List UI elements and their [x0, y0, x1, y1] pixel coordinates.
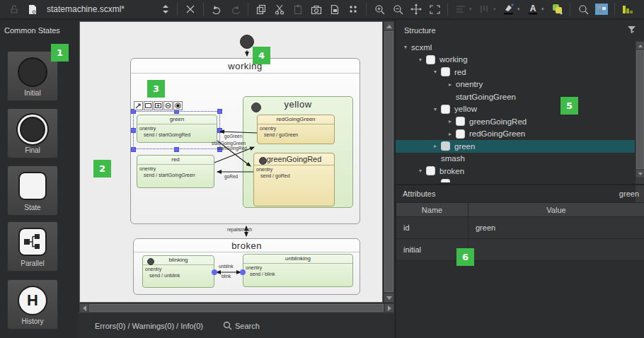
history-state-icon: H	[8, 286, 57, 315]
svg-text:A: A	[530, 4, 536, 13]
fit-to-screen-icon[interactable]	[426, 1, 443, 17]
scxml-editor-window: statemachine.scxml*	[0, 0, 644, 338]
column-header-name[interactable]: Name	[396, 203, 468, 217]
attribute-value[interactable]: green	[468, 217, 644, 239]
tree-item-greenGoingRed[interactable]: ▸greenGoingRed	[396, 115, 635, 128]
tree-item-label: yellow	[454, 105, 477, 113]
paste-icon[interactable]	[289, 1, 306, 17]
export-image-icon[interactable]	[326, 1, 343, 17]
copy-icon[interactable]	[253, 1, 270, 17]
tree-scrollbar[interactable]	[636, 41, 644, 202]
font-color-caret-icon[interactable]: ▾	[541, 6, 547, 12]
tree-item-scxml[interactable]: ▾scxml	[396, 41, 635, 54]
screenshot-icon[interactable]	[308, 1, 325, 17]
attributes-header: Attributes green	[396, 185, 644, 202]
statistics-icon[interactable]	[619, 1, 636, 17]
chevron-right-icon[interactable]: ▸	[444, 81, 456, 88]
tree-item-label: working	[439, 55, 468, 64]
align-horizontal-icon[interactable]	[452, 1, 469, 17]
tree-item-red[interactable]: ▾red	[396, 66, 635, 78]
canvas-hscrollbar[interactable]	[79, 303, 394, 313]
search-icon[interactable]	[575, 1, 592, 17]
attributes-table: Name Value idgreeninitial	[396, 202, 644, 261]
fill-color-icon[interactable]	[500, 1, 517, 17]
align-horizontal-caret-icon[interactable]: ▾	[469, 6, 475, 12]
tree-item-yellow[interactable]: ▾yellow	[396, 103, 635, 116]
tree-item-green[interactable]: ▸green	[396, 140, 635, 153]
scroll-up-button[interactable]	[384, 22, 393, 30]
scroll-thumb[interactable]	[89, 304, 384, 312]
palette-item-label: Initial	[24, 89, 40, 100]
chevron-right-icon[interactable]: ▸	[444, 131, 456, 137]
palette-item-label: History	[21, 317, 43, 329]
palette-item-parallel[interactable]: Parallel	[7, 221, 58, 272]
scroll-thumb[interactable]	[384, 31, 393, 292]
adjust-icon[interactable]	[345, 1, 362, 17]
search-label: Search	[235, 322, 260, 330]
align-vertical-caret-icon[interactable]: ▾	[493, 6, 499, 12]
spinner-icon[interactable]	[159, 1, 173, 17]
chevron-down-icon[interactable]: ▾	[415, 57, 426, 63]
palette-item-state[interactable]: State	[7, 165, 58, 216]
chevron-right-icon[interactable]: ▸	[430, 143, 441, 149]
undo-icon[interactable]	[208, 1, 225, 17]
scroll-down-button[interactable]	[384, 293, 393, 302]
tree-item-label: redGoingGreen	[469, 129, 525, 138]
scroll-thumb[interactable]	[636, 50, 644, 169]
palette-item-history[interactable]: H History	[7, 279, 58, 330]
zoom-in-icon[interactable]	[371, 1, 388, 17]
tree-item-label: red	[454, 68, 466, 76]
chevron-down-icon[interactable]: ▾	[415, 168, 426, 174]
palette-item-label: State	[24, 204, 40, 215]
tree-item-onentry[interactable]: ▸onentry	[396, 78, 635, 91]
file-icon[interactable]	[24, 1, 41, 17]
attributes-title: Attributes	[403, 190, 435, 198]
scroll-down-button[interactable]	[636, 170, 644, 177]
search-toggle[interactable]: Search	[223, 321, 260, 330]
lock-icon[interactable]	[6, 1, 23, 17]
tree-item-clipped[interactable]	[396, 177, 635, 183]
tree-item-startGoingGreen[interactable]: startGoingGreen	[396, 91, 635, 103]
align-vertical-icon[interactable]	[476, 1, 493, 17]
state-icon	[456, 129, 465, 139]
redo-icon[interactable]	[226, 1, 243, 17]
attribute-row-id: idgreen	[396, 217, 644, 239]
state-icon	[456, 117, 465, 126]
attribute-value[interactable]	[468, 239, 644, 261]
tree-item-redGoingGreen[interactable]: ▸redGoingGreen	[396, 128, 635, 141]
issues-toggle[interactable]: Errors(0) / Warnings(0) / Info(0)	[95, 322, 203, 330]
transitions-layer: goGreen startGoingGreen startGoingRed go…	[80, 22, 383, 303]
zoom-out-icon[interactable]	[389, 1, 406, 17]
scroll-left-button[interactable]	[80, 304, 88, 312]
tree-item-smash[interactable]: smash	[396, 153, 635, 165]
scroll-right-button[interactable]	[385, 304, 393, 312]
filter-icon[interactable]	[627, 25, 637, 36]
tree-item-working[interactable]: ▾working	[396, 54, 635, 66]
state-icon	[441, 179, 450, 182]
column-header-value[interactable]: Value	[468, 203, 644, 217]
chevron-down-icon[interactable]: ▾	[430, 106, 441, 112]
transition-endpoint-dot[interactable]	[240, 269, 246, 275]
tree-item-broken[interactable]: ▾broken	[396, 165, 635, 177]
canvas-vscrollbar[interactable]	[384, 21, 394, 303]
pan-icon[interactable]	[408, 1, 425, 17]
diagram-canvas[interactable]: working yellow redGoingGreen onentry sen…	[79, 21, 383, 303]
fill-color-caret-icon[interactable]: ▾	[517, 6, 523, 12]
attribute-name[interactable]: id	[396, 217, 468, 239]
chevron-down-icon[interactable]: ▾	[400, 44, 411, 50]
transition-goGreen[interactable]	[220, 132, 257, 133]
chevron-right-icon[interactable]: ▸	[444, 118, 456, 124]
navigator-icon[interactable]	[593, 1, 610, 17]
font-color-icon[interactable]: A	[524, 1, 541, 17]
cut-icon[interactable]	[271, 1, 288, 17]
chevron-down-icon[interactable]: ▾	[430, 69, 441, 75]
toolbar: statemachine.scxml*	[0, 0, 644, 20]
state-icon	[426, 166, 435, 175]
close-icon[interactable]	[182, 1, 199, 17]
color-theme-icon[interactable]	[548, 1, 565, 17]
scroll-up-button[interactable]	[636, 42, 644, 49]
transition-endpoint-dot[interactable]	[212, 269, 217, 275]
palette-title: Common States	[0, 20, 78, 35]
attributes-rows: idgreeninitial	[396, 217, 644, 261]
palette-item-final[interactable]: Final	[7, 108, 58, 158]
